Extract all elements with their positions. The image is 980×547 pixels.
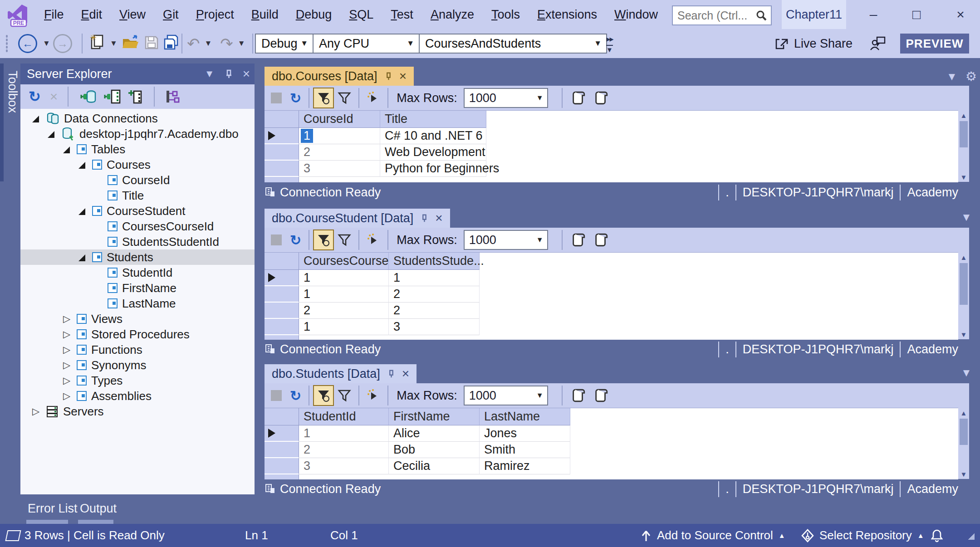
- filter-icon[interactable]: [334, 88, 355, 108]
- back-dropdown-icon[interactable]: ▼: [43, 39, 50, 48]
- grid-cell[interactable]: Ramirez: [480, 458, 570, 474]
- select-all-corner[interactable]: [265, 253, 299, 270]
- solution-configuration-select[interactable]: Debug▼: [255, 34, 314, 54]
- filter-icon[interactable]: [334, 385, 355, 406]
- tab-dbo-students-data[interactable]: dbo.Students [Data] ×: [265, 364, 416, 383]
- tree-item-title[interactable]: Title: [20, 188, 255, 203]
- toolbox-tab[interactable]: Toolbox: [4, 67, 21, 161]
- data-view-icon[interactable]: [165, 89, 180, 104]
- row-selector[interactable]: [265, 458, 299, 474]
- tree-item-students[interactable]: Students: [20, 249, 255, 265]
- expanded-arrow-icon[interactable]: [78, 158, 88, 172]
- close-button[interactable]: ×: [945, 0, 976, 29]
- preview-button[interactable]: PREVIEW: [900, 34, 969, 54]
- stop-icon[interactable]: [271, 234, 282, 245]
- pin-icon[interactable]: [224, 69, 234, 79]
- close-tab-icon[interactable]: ×: [435, 211, 442, 225]
- tree-item-lastname[interactable]: LastName: [20, 296, 255, 311]
- close-tab-icon[interactable]: ×: [399, 69, 407, 83]
- minimize-button[interactable]: –: [858, 0, 889, 29]
- tab-list-chevron-icon[interactable]: ▼: [961, 366, 972, 379]
- select-all-corner[interactable]: [265, 408, 299, 425]
- live-share-button[interactable]: Live Share: [774, 29, 853, 58]
- window-position-icon[interactable]: ▼: [205, 68, 215, 80]
- maximize-button[interactable]: □: [901, 0, 932, 29]
- grid-cell[interactable]: 2: [299, 442, 389, 458]
- column-header-title[interactable]: Title: [380, 111, 486, 128]
- row-selector[interactable]: [265, 442, 299, 458]
- menu-build[interactable]: Build: [243, 8, 287, 22]
- save-icon[interactable]: [144, 35, 159, 52]
- close-panel-icon[interactable]: ×: [243, 67, 250, 81]
- row-selector[interactable]: [265, 319, 299, 335]
- stop-refresh-icon[interactable]: ×: [50, 89, 58, 104]
- column-header-studentid[interactable]: StudentId: [299, 408, 389, 425]
- expanded-arrow-icon[interactable]: [32, 112, 42, 126]
- tree-item-views[interactable]: ▷Views: [20, 311, 255, 327]
- collapsed-arrow-icon[interactable]: ▷: [63, 391, 73, 401]
- run-query-icon[interactable]: [363, 230, 384, 250]
- menu-sql[interactable]: SQL: [340, 8, 382, 22]
- tree-item-coursescourseid[interactable]: CoursesCourseId: [20, 219, 255, 234]
- redo-dropdown-icon[interactable]: ▼: [238, 39, 245, 48]
- search-box[interactable]: [672, 5, 772, 25]
- tree-item-stored-procedures[interactable]: ▷Stored Procedures: [20, 327, 255, 342]
- stop-icon[interactable]: [271, 93, 282, 103]
- menu-git[interactable]: Git: [154, 8, 187, 22]
- run-query-icon[interactable]: [363, 385, 384, 406]
- row-selector[interactable]: [265, 286, 299, 303]
- script-file-icon[interactable]: [593, 232, 609, 248]
- grid-cell[interactable]: 2: [299, 144, 380, 161]
- select-all-corner[interactable]: [265, 111, 299, 128]
- grid-cell[interactable]: 3: [299, 161, 380, 177]
- tab-dbo-coursestudent-data[interactable]: dbo.CourseStudent [Data] ×: [265, 209, 450, 228]
- menu-extensions[interactable]: Extensions: [529, 8, 606, 22]
- startup-project-select[interactable]: CoursesAndStudents▼: [419, 34, 607, 54]
- grid-cell[interactable]: Python for Beginners: [380, 161, 486, 177]
- grid-cell[interactable]: Smith: [480, 442, 570, 458]
- undo-icon[interactable]: ↶: [187, 34, 200, 53]
- grid-cell[interactable]: 2: [299, 303, 389, 319]
- script-file-icon[interactable]: [593, 388, 609, 403]
- column-header-studentsstude-[interactable]: StudentsStude...: [389, 253, 480, 270]
- scroll-down-icon[interactable]: ▼: [958, 469, 969, 479]
- collapsed-arrow-icon[interactable]: ▷: [63, 344, 73, 355]
- grid-cell[interactable]: 2: [389, 303, 480, 319]
- max-rows-select[interactable]: 1000▼: [464, 386, 548, 405]
- row-selector[interactable]: [265, 303, 299, 319]
- scroll-up-icon[interactable]: ▲: [958, 252, 969, 262]
- refresh-icon[interactable]: ↻: [290, 232, 301, 248]
- menu-test[interactable]: Test: [382, 8, 422, 22]
- refresh-icon[interactable]: ↻: [290, 388, 301, 404]
- collapsed-arrow-icon[interactable]: ▷: [63, 329, 73, 340]
- tab-output[interactable]: Output: [80, 502, 117, 516]
- tree-item-coursestudent[interactable]: CourseStudent: [20, 203, 255, 219]
- grid-cell[interactable]: 2: [389, 286, 480, 303]
- scroll-up-icon[interactable]: ▲: [958, 408, 969, 418]
- close-tab-icon[interactable]: ×: [402, 366, 409, 381]
- open-file-icon[interactable]: [121, 34, 140, 53]
- new-project-icon[interactable]: ✳: [87, 34, 103, 53]
- refresh-icon[interactable]: ↻: [29, 88, 41, 105]
- expanded-arrow-icon[interactable]: [78, 250, 88, 264]
- grid-cell[interactable]: 1: [299, 128, 380, 144]
- tree-item-studentsstudentid[interactable]: StudentsStudentId: [20, 234, 255, 249]
- grid-cell[interactable]: 1: [299, 286, 389, 303]
- remove-filter-icon[interactable]: [313, 88, 334, 108]
- menu-analyze[interactable]: Analyze: [422, 8, 483, 22]
- column-header-firstname[interactable]: FirstName: [389, 408, 480, 425]
- tree-item-types[interactable]: ▷Types: [20, 373, 255, 388]
- tree-item-synonyms[interactable]: ▷Synonyms: [20, 357, 255, 373]
- run-query-icon[interactable]: [363, 88, 384, 108]
- grid-cell[interactable]: Jones: [480, 425, 570, 442]
- document-options-gear-icon[interactable]: ⚙: [965, 69, 977, 84]
- pin-icon[interactable]: [420, 214, 429, 223]
- column-header-lastname[interactable]: LastName: [480, 408, 570, 425]
- select-repository-button[interactable]: Select Repository ▲: [801, 524, 924, 547]
- column-header-courseid[interactable]: CourseId: [299, 111, 380, 128]
- menu-project[interactable]: Project: [187, 8, 243, 22]
- tree-item-courses[interactable]: Courses: [20, 157, 255, 172]
- script-file-icon[interactable]: [593, 90, 609, 106]
- tree-item-courseid[interactable]: CourseId: [20, 172, 255, 188]
- toolbar-overflow-icon[interactable]: ▸▸: [606, 34, 612, 44]
